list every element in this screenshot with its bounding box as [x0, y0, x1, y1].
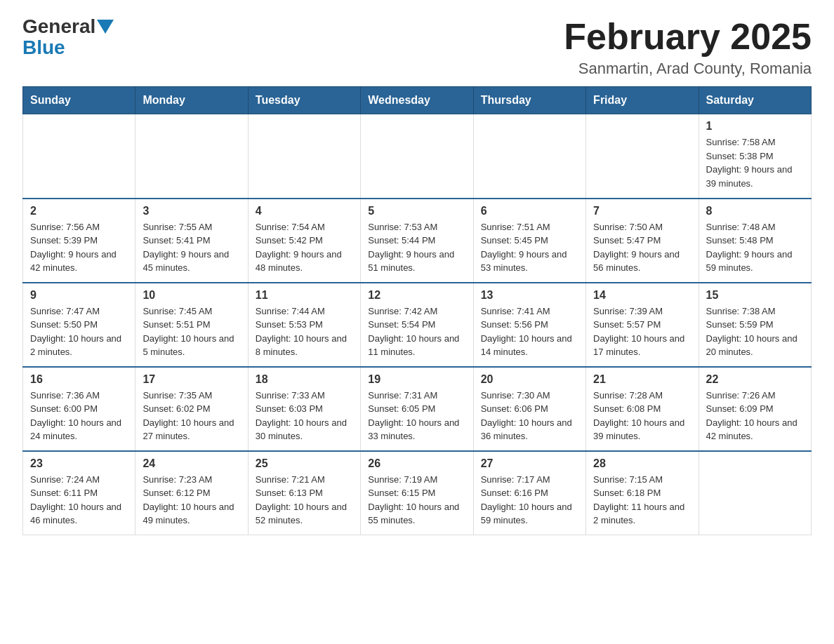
calendar-cell: 4Sunrise: 7:54 AMSunset: 5:42 PMDaylight… — [248, 199, 360, 283]
calendar-body: 1Sunrise: 7:58 AMSunset: 5:38 PMDaylight… — [23, 114, 812, 535]
calendar-week-row: 16Sunrise: 7:36 AMSunset: 6:00 PMDayligh… — [23, 367, 812, 451]
page-header: General Blue February 2025 Sanmartin, Ar… — [0, 0, 834, 86]
day-number: 24 — [143, 457, 240, 470]
day-info: Sunrise: 7:54 AMSunset: 5:42 PMDaylight:… — [256, 220, 353, 275]
day-info: Sunrise: 7:58 AMSunset: 5:38 PMDaylight:… — [706, 135, 804, 190]
day-number: 11 — [256, 289, 353, 302]
calendar-cell: 22Sunrise: 7:26 AMSunset: 6:09 PMDayligh… — [699, 367, 811, 451]
weekday-header-row: SundayMondayTuesdayWednesdayThursdayFrid… — [23, 87, 812, 114]
day-number: 14 — [593, 289, 691, 302]
day-info: Sunrise: 7:30 AMSunset: 6:06 PMDaylight:… — [481, 389, 578, 443]
day-number: 18 — [256, 373, 353, 386]
weekday-header-monday: Monday — [135, 87, 248, 114]
day-info: Sunrise: 7:38 AMSunset: 5:59 PMDaylight:… — [706, 304, 804, 359]
calendar-header: SundayMondayTuesdayWednesdayThursdayFrid… — [23, 87, 812, 114]
day-number: 16 — [30, 373, 128, 386]
calendar-cell — [361, 114, 473, 199]
calendar-week-row: 1Sunrise: 7:58 AMSunset: 5:38 PMDaylight… — [23, 114, 812, 199]
day-number: 4 — [256, 205, 353, 217]
day-info: Sunrise: 7:23 AMSunset: 6:12 PMDaylight:… — [143, 473, 240, 528]
calendar-cell: 5Sunrise: 7:53 AMSunset: 5:44 PMDaylight… — [361, 199, 473, 283]
calendar-cell — [586, 114, 699, 199]
day-info: Sunrise: 7:50 AMSunset: 5:47 PMDaylight:… — [593, 220, 691, 275]
day-info: Sunrise: 7:51 AMSunset: 5:45 PMDaylight:… — [481, 220, 578, 275]
day-info: Sunrise: 7:55 AMSunset: 5:41 PMDaylight:… — [143, 220, 240, 275]
day-number: 1 — [706, 120, 804, 133]
day-number: 5 — [368, 205, 465, 217]
day-info: Sunrise: 7:56 AMSunset: 5:39 PMDaylight:… — [30, 220, 128, 275]
calendar-cell: 2Sunrise: 7:56 AMSunset: 5:39 PMDaylight… — [23, 199, 135, 283]
day-info: Sunrise: 7:53 AMSunset: 5:44 PMDaylight:… — [368, 220, 465, 275]
weekday-header-sunday: Sunday — [23, 87, 135, 114]
calendar-cell — [699, 451, 811, 535]
calendar-cell: 1Sunrise: 7:58 AMSunset: 5:38 PMDaylight… — [699, 114, 811, 199]
calendar-cell: 16Sunrise: 7:36 AMSunset: 6:00 PMDayligh… — [23, 367, 135, 451]
calendar-cell: 8Sunrise: 7:48 AMSunset: 5:48 PMDaylight… — [699, 199, 811, 283]
day-number: 26 — [368, 457, 465, 470]
calendar-week-row: 2Sunrise: 7:56 AMSunset: 5:39 PMDaylight… — [23, 199, 812, 283]
calendar-cell — [135, 114, 248, 199]
day-number: 3 — [143, 205, 240, 217]
calendar-cell: 20Sunrise: 7:30 AMSunset: 6:06 PMDayligh… — [473, 367, 585, 451]
day-info: Sunrise: 7:31 AMSunset: 6:05 PMDaylight:… — [368, 389, 465, 443]
calendar-cell — [473, 114, 585, 199]
calendar-cell — [23, 114, 135, 199]
title-section: February 2025 Sanmartin, Arad County, Ro… — [564, 17, 812, 78]
day-number: 15 — [706, 289, 804, 302]
logo: General Blue — [22, 17, 115, 59]
day-number: 21 — [593, 373, 691, 386]
day-info: Sunrise: 7:47 AMSunset: 5:50 PMDaylight:… — [30, 304, 128, 359]
day-info: Sunrise: 7:26 AMSunset: 6:09 PMDaylight:… — [706, 389, 804, 443]
day-info: Sunrise: 7:17 AMSunset: 6:16 PMDaylight:… — [481, 473, 578, 528]
calendar-cell: 27Sunrise: 7:17 AMSunset: 6:16 PMDayligh… — [473, 451, 585, 535]
day-info: Sunrise: 7:24 AMSunset: 6:11 PMDaylight:… — [30, 473, 128, 528]
logo-blue-text: Blue — [22, 36, 65, 59]
day-number: 6 — [481, 205, 578, 217]
day-info: Sunrise: 7:15 AMSunset: 6:18 PMDaylight:… — [593, 473, 691, 528]
weekday-header-thursday: Thursday — [473, 87, 585, 114]
day-number: 9 — [30, 289, 128, 302]
day-number: 2 — [30, 205, 128, 217]
calendar-cell: 19Sunrise: 7:31 AMSunset: 6:05 PMDayligh… — [361, 367, 473, 451]
calendar-cell: 23Sunrise: 7:24 AMSunset: 6:11 PMDayligh… — [23, 451, 135, 535]
day-number: 8 — [706, 205, 804, 217]
day-number: 27 — [481, 457, 578, 470]
calendar-cell: 21Sunrise: 7:28 AMSunset: 6:08 PMDayligh… — [586, 367, 699, 451]
day-number: 10 — [143, 289, 240, 302]
calendar-cell: 17Sunrise: 7:35 AMSunset: 6:02 PMDayligh… — [135, 367, 248, 451]
calendar-cell: 15Sunrise: 7:38 AMSunset: 5:59 PMDayligh… — [699, 283, 811, 367]
day-number: 23 — [30, 457, 128, 470]
day-number: 20 — [481, 373, 578, 386]
calendar-cell: 24Sunrise: 7:23 AMSunset: 6:12 PMDayligh… — [135, 451, 248, 535]
day-number: 12 — [368, 289, 465, 302]
day-info: Sunrise: 7:42 AMSunset: 5:54 PMDaylight:… — [368, 304, 465, 359]
day-info: Sunrise: 7:48 AMSunset: 5:48 PMDaylight:… — [706, 220, 804, 275]
weekday-header-wednesday: Wednesday — [361, 87, 473, 114]
calendar-cell: 6Sunrise: 7:51 AMSunset: 5:45 PMDaylight… — [473, 199, 585, 283]
day-number: 17 — [143, 373, 240, 386]
day-info: Sunrise: 7:21 AMSunset: 6:13 PMDaylight:… — [256, 473, 353, 528]
calendar-cell — [248, 114, 360, 199]
day-number: 19 — [368, 373, 465, 386]
day-info: Sunrise: 7:36 AMSunset: 6:00 PMDaylight:… — [30, 389, 128, 443]
day-number: 25 — [256, 457, 353, 470]
day-number: 7 — [593, 205, 691, 217]
month-title: February 2025 — [564, 17, 812, 57]
calendar-cell: 11Sunrise: 7:44 AMSunset: 5:53 PMDayligh… — [248, 283, 360, 367]
calendar-cell: 12Sunrise: 7:42 AMSunset: 5:54 PMDayligh… — [361, 283, 473, 367]
day-info: Sunrise: 7:39 AMSunset: 5:57 PMDaylight:… — [593, 304, 691, 359]
day-info: Sunrise: 7:33 AMSunset: 6:03 PMDaylight:… — [256, 389, 353, 443]
day-number: 22 — [706, 373, 804, 386]
weekday-header-friday: Friday — [586, 87, 699, 114]
calendar-cell: 18Sunrise: 7:33 AMSunset: 6:03 PMDayligh… — [248, 367, 360, 451]
calendar-cell: 3Sunrise: 7:55 AMSunset: 5:41 PMDaylight… — [135, 199, 248, 283]
day-number: 28 — [593, 457, 691, 470]
day-number: 13 — [481, 289, 578, 302]
location-subtitle: Sanmartin, Arad County, Romania — [564, 60, 812, 78]
calendar-cell: 7Sunrise: 7:50 AMSunset: 5:47 PMDaylight… — [586, 199, 699, 283]
weekday-header-saturday: Saturday — [699, 87, 811, 114]
calendar-cell: 28Sunrise: 7:15 AMSunset: 6:18 PMDayligh… — [586, 451, 699, 535]
logo-triangle-icon — [97, 20, 114, 34]
calendar-cell: 25Sunrise: 7:21 AMSunset: 6:13 PMDayligh… — [248, 451, 360, 535]
calendar-cell: 10Sunrise: 7:45 AMSunset: 5:51 PMDayligh… — [135, 283, 248, 367]
